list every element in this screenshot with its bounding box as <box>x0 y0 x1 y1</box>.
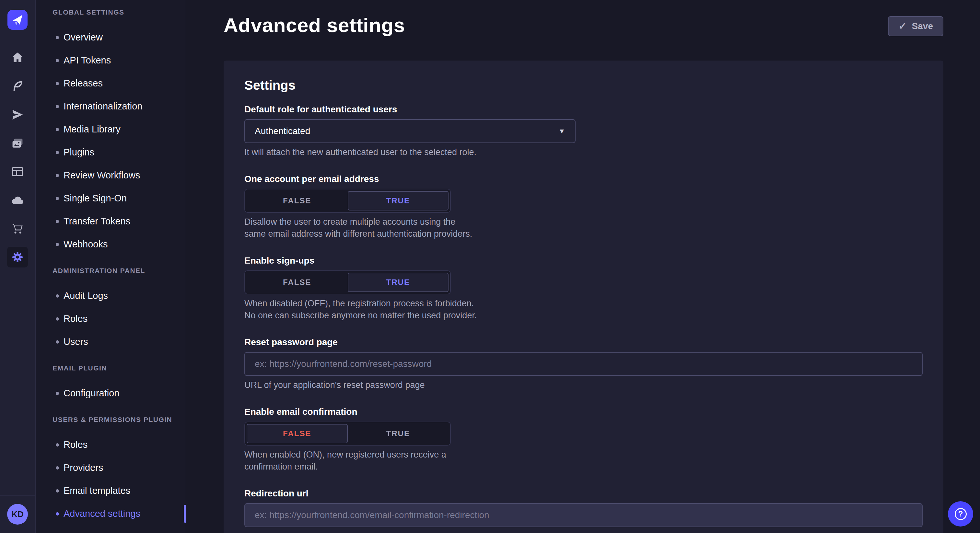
redirection-url-input[interactable] <box>244 503 923 527</box>
cloud-icon[interactable] <box>0 186 35 214</box>
email-confirmation-toggle-false[interactable]: FALSE <box>247 424 348 443</box>
subnav-item-plugins[interactable]: Plugins <box>36 141 186 164</box>
subnav-header-global-settings: GLOBAL SETTINGS <box>36 5 186 19</box>
main-content: Advanced settings ✓ Save Settings Defaul… <box>186 0 980 533</box>
subnav-item-audit-logs[interactable]: Audit Logs <box>36 284 186 307</box>
chevron-down-icon: ▼ <box>558 127 565 135</box>
email-confirmation-toggle-true[interactable]: TRUE <box>348 424 449 443</box>
sign-ups-label: Enable sign-ups <box>244 255 923 266</box>
default-role-label: Default role for authenticated users <box>244 104 923 115</box>
user-avatar[interactable]: KD <box>7 504 28 525</box>
sign-ups-toggle: FALSE TRUE <box>244 270 451 294</box>
field-enable-email-confirmation: Enable email confirmation FALSE TRUE Whe… <box>244 407 923 473</box>
subnav-item-configuration[interactable]: Configuration <box>36 382 186 405</box>
settings-active-chip <box>7 247 28 268</box>
reset-password-hint: URL of your application's reset password… <box>244 379 923 391</box>
subnav-item-releases[interactable]: Releases <box>36 72 186 95</box>
marketplace-icon[interactable] <box>0 214 35 243</box>
subnav-item-providers[interactable]: Providers <box>36 456 186 479</box>
one-account-toggle-false[interactable]: FALSE <box>247 191 348 211</box>
subnav-item-webhooks[interactable]: Webhooks <box>36 233 186 256</box>
subnav-item-email-templates[interactable]: Email templates <box>36 479 186 502</box>
subnav-item-roles[interactable]: Roles <box>36 433 186 456</box>
email-confirmation-toggle: FALSE TRUE <box>244 422 451 446</box>
default-role-hint: It will attach the new authenticated use… <box>244 146 923 159</box>
subnav-sections: GLOBAL SETTINGSOverviewAPI TokensRelease… <box>36 5 186 525</box>
sign-ups-hint: When disabled (OFF), the registration pr… <box>244 298 479 322</box>
sign-ups-toggle-true[interactable]: TRUE <box>348 273 449 292</box>
one-account-label: One account per email address <box>244 174 923 184</box>
subnav-item-users[interactable]: Users <box>36 330 186 353</box>
field-default-role: Default role for authenticated users Aut… <box>244 104 923 159</box>
field-one-account-per-email: One account per email address FALSE TRUE… <box>244 174 923 240</box>
subnav-header-users-permissions-plugin: USERS & PERMISSIONS PLUGIN <box>36 412 186 427</box>
main-nav-rail: KD <box>0 0 36 533</box>
subnav-item-overview[interactable]: Overview <box>36 26 186 49</box>
subnav-item-transfer-tokens[interactable]: Transfer Tokens <box>36 210 186 233</box>
one-account-toggle-true[interactable]: TRUE <box>348 191 449 211</box>
subnav-item-internationalization[interactable]: Internationalization <box>36 95 186 118</box>
reset-password-input[interactable] <box>244 352 923 376</box>
default-role-select[interactable]: Authenticated ▼ <box>244 119 576 143</box>
subnav-item-media-library[interactable]: Media Library <box>36 118 186 141</box>
save-button-label: Save <box>912 21 933 32</box>
reset-password-label: Reset password page <box>244 337 923 347</box>
page-title: Advanced settings <box>224 14 405 36</box>
strapi-logo-mark <box>8 10 27 30</box>
rail-divider <box>0 495 35 496</box>
settings-subnav: GLOBAL SETTINGSOverviewAPI TokensRelease… <box>36 0 186 533</box>
settings-icon[interactable] <box>0 243 35 271</box>
sign-ups-toggle-false[interactable]: FALSE <box>247 273 348 292</box>
field-redirection-url: Redirection url <box>244 488 923 527</box>
subnav-item-roles[interactable]: Roles <box>36 307 186 330</box>
page-header: Advanced settings ✓ Save <box>224 14 943 36</box>
subnav-header-email-plugin: EMAIL PLUGIN <box>36 361 186 375</box>
help-button[interactable]: ? <box>948 501 973 527</box>
media-library-icon[interactable] <box>0 129 35 157</box>
subnav-item-single-sign-on[interactable]: Single Sign-On <box>36 187 186 210</box>
default-role-value: Authenticated <box>255 126 310 136</box>
subnav-header-administration-panel: ADMINISTRATION PANEL <box>36 263 186 278</box>
email-confirmation-hint: When enabled (ON), new registered users … <box>244 449 479 473</box>
save-button[interactable]: ✓ Save <box>888 16 943 36</box>
field-reset-password-page: Reset password page URL of your applicat… <box>244 337 923 391</box>
settings-panel: Settings Default role for authenticated … <box>224 60 943 533</box>
home-icon[interactable] <box>0 43 35 72</box>
send-icon[interactable] <box>0 100 35 129</box>
layout-icon[interactable] <box>0 157 35 186</box>
subnav-item-review-workflows[interactable]: Review Workflows <box>36 164 186 187</box>
field-enable-sign-ups: Enable sign-ups FALSE TRUE When disabled… <box>244 255 923 322</box>
subnav-item-advanced-settings[interactable]: Advanced settings <box>36 502 186 525</box>
strapi-logo <box>8 10 27 30</box>
subnav-item-api-tokens[interactable]: API Tokens <box>36 49 186 72</box>
content-icon[interactable] <box>0 72 35 100</box>
check-icon: ✓ <box>898 21 907 31</box>
one-account-hint: Disallow the user to create multiple acc… <box>244 216 479 240</box>
one-account-toggle: FALSE TRUE <box>244 189 451 213</box>
question-mark-icon: ? <box>955 508 967 520</box>
rail-icon-list <box>0 43 35 271</box>
email-confirmation-label: Enable email confirmation <box>244 407 923 417</box>
panel-heading: Settings <box>244 78 923 93</box>
redirection-url-label: Redirection url <box>244 488 923 499</box>
